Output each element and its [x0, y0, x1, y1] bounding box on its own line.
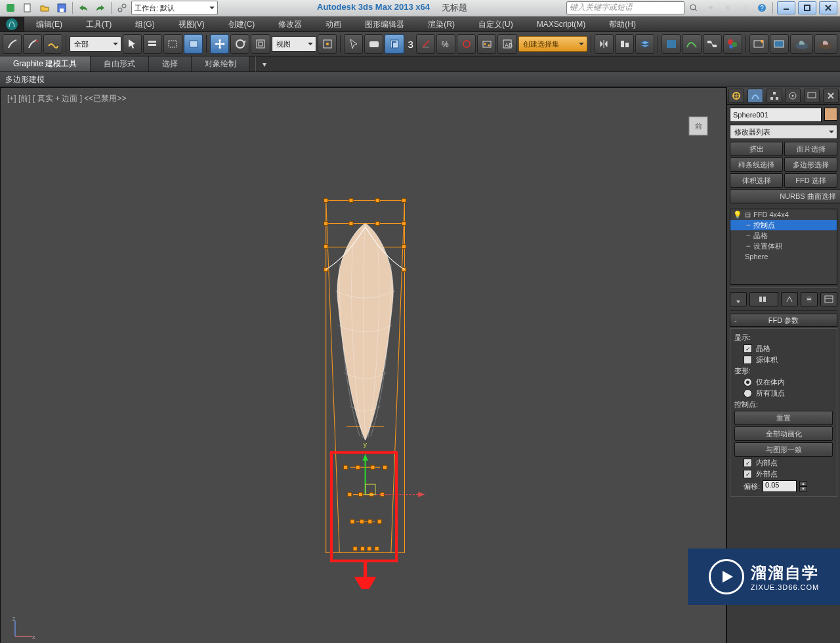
select-and-manipulate-icon[interactable]: [344, 34, 363, 54]
modifier-stack[interactable]: 💡⊟FFD 4x4x4 ┄控制点 ┄晶格 ┄设置体积 Sphere: [730, 209, 837, 285]
workspace-dropdown[interactable]: 工作台: 默认: [131, 1, 218, 15]
ribbon-tab-paint[interactable]: 对象绘制: [192, 56, 250, 72]
btn-animate-all[interactable]: 全部动画化: [734, 426, 833, 441]
select-and-scale-icon[interactable]: [251, 34, 270, 54]
rad-all-vertices[interactable]: 所有顶点: [744, 388, 833, 398]
menu-edit[interactable]: 编辑(E): [24, 17, 74, 31]
menu-create[interactable]: 创建(C): [217, 17, 267, 31]
window-crossing-icon[interactable]: [184, 34, 203, 54]
maximize-button[interactable]: [798, 1, 816, 14]
chk-source-volume[interactable]: 源体积: [744, 355, 833, 365]
keyboard-shortcut-override-icon[interactable]: [364, 34, 383, 54]
chk-inside-points[interactable]: ✓内部点: [744, 458, 833, 468]
menu-views[interactable]: 视图(V): [167, 17, 217, 31]
use-pivot-center-icon[interactable]: [318, 34, 337, 54]
chk-lattice[interactable]: ✓晶格: [744, 344, 833, 354]
app-menu-button[interactable]: [3, 1, 18, 15]
redo-icon[interactable]: [93, 1, 108, 15]
subscription-icon[interactable]: ✦: [703, 1, 719, 15]
render-setup-icon[interactable]: [749, 34, 768, 54]
percent-snap-icon[interactable]: %: [436, 34, 455, 54]
search-go-icon[interactable]: [686, 1, 702, 15]
stack-item-sphere[interactable]: Sphere: [730, 251, 837, 262]
stack-item-lattice[interactable]: ┄晶格: [730, 230, 837, 241]
menu-group[interactable]: 组(G): [123, 17, 166, 31]
show-end-result-icon[interactable]: [749, 292, 778, 306]
panel-tab-display-icon[interactable]: [804, 89, 820, 103]
align-icon[interactable]: [615, 34, 634, 54]
bind-spacewarp-icon[interactable]: [43, 34, 62, 54]
ribbon-tab-freeform[interactable]: 自由形式: [91, 56, 149, 72]
snaps-toggle-icon[interactable]: [385, 34, 404, 54]
menu-help[interactable]: 帮助(H): [597, 17, 648, 31]
menu-modifiers[interactable]: 修改器: [266, 17, 314, 31]
exchange-icon[interactable]: ✕: [720, 1, 736, 15]
btn-conform-shape[interactable]: 与图形一致: [734, 442, 833, 457]
select-link-icon[interactable]: [3, 34, 22, 54]
rollup-ffd-header[interactable]: FFD 参数: [730, 314, 837, 327]
panel-tab-utilities-icon[interactable]: [823, 89, 839, 103]
app-logo-icon[interactable]: [0, 17, 24, 31]
named-selection-sets-icon[interactable]: AB: [497, 34, 516, 54]
edit-selection-set-icon[interactable]: [477, 34, 496, 54]
quickbtn-ffdsel[interactable]: FFD 选择: [784, 173, 837, 188]
quickbtn-patchsel[interactable]: 面片选择: [784, 142, 837, 156]
select-and-move-icon[interactable]: [210, 34, 229, 54]
material-editor-icon[interactable]: [723, 34, 742, 54]
remove-modifier-icon[interactable]: [801, 292, 818, 306]
help-icon[interactable]: ?: [754, 1, 770, 15]
stack-item-setvolume[interactable]: ┄设置体积: [730, 241, 837, 251]
pin-stack-icon[interactable]: [730, 292, 747, 306]
rendered-frame-window-icon[interactable]: [770, 34, 789, 54]
ribbon-tab-graphite[interactable]: Graphite 建模工具: [0, 56, 91, 72]
save-icon[interactable]: [54, 1, 70, 15]
spinner-snap-icon[interactable]: [457, 34, 476, 54]
menu-tools[interactable]: 工具(T): [74, 17, 123, 31]
viewport[interactable]: [+] [前] [ 真实 + 边面 ] <<已禁用>> 前 z x: [0, 87, 726, 643]
graphite-icon[interactable]: [662, 34, 681, 54]
modifier-list-dropdown[interactable]: 修改器列表: [730, 125, 837, 139]
btn-reset[interactable]: 重置: [734, 411, 833, 425]
mirror-icon[interactable]: [595, 34, 614, 54]
minimize-button[interactable]: [777, 1, 795, 14]
ribbon-panel-polymodeling[interactable]: 多边形建模: [0, 72, 840, 87]
panel-tab-create-icon[interactable]: [728, 89, 744, 103]
menu-maxscript[interactable]: MAXScript(M): [525, 17, 598, 31]
render-iterative-icon[interactable]: [814, 34, 837, 54]
layer-manager-icon[interactable]: [635, 34, 654, 54]
select-and-rotate-icon[interactable]: [230, 34, 249, 54]
selection-filter-dropdown[interactable]: 全部: [70, 36, 121, 52]
configure-sets-icon[interactable]: [820, 292, 837, 306]
ribbon-tab-selection[interactable]: 选择: [149, 56, 192, 72]
rectangular-selection-region-icon[interactable]: [163, 34, 182, 54]
ref-coord-dropdown[interactable]: 视图: [272, 36, 317, 52]
spinner-down-icon[interactable]: ▼: [799, 486, 807, 491]
quickbtn-polysel[interactable]: 多边形选择: [784, 157, 837, 172]
curve-editor-icon[interactable]: [682, 34, 701, 54]
stack-item-controlpoints[interactable]: ┄控制点: [730, 220, 837, 230]
spinner-up-icon[interactable]: ▲: [799, 481, 807, 486]
create-selection-set-dropdown[interactable]: 创建选择集: [518, 36, 587, 52]
object-name-field[interactable]: Sphere001: [730, 108, 822, 122]
quickbtn-splinesel[interactable]: 样条线选择: [730, 157, 783, 172]
search-input[interactable]: 键入关键字或短语: [566, 1, 684, 14]
menu-animation[interactable]: 动画: [314, 17, 353, 31]
select-object-icon[interactable]: [123, 34, 142, 54]
menu-rendering[interactable]: 渲染(R): [416, 17, 467, 31]
angle-snap-icon[interactable]: [416, 34, 435, 54]
unlink-icon[interactable]: [23, 34, 42, 54]
link-icon[interactable]: [114, 1, 130, 15]
favorite-icon[interactable]: ☆: [737, 1, 753, 15]
render-production-icon[interactable]: [790, 34, 813, 54]
new-icon[interactable]: [20, 1, 35, 15]
panel-tab-motion-icon[interactable]: [785, 89, 801, 103]
open-icon[interactable]: [37, 1, 52, 15]
menu-grapheditors[interactable]: 图形编辑器: [353, 17, 416, 31]
make-unique-icon[interactable]: [781, 292, 798, 306]
rad-in-volume[interactable]: 仅在体内: [744, 377, 833, 387]
select-by-name-icon[interactable]: [143, 34, 162, 54]
panel-tab-modify-icon[interactable]: [747, 89, 763, 103]
close-button[interactable]: [819, 1, 837, 14]
chk-outside-points[interactable]: ✓外部点: [744, 469, 833, 479]
quickbtn-extrude[interactable]: 挤出: [730, 142, 783, 156]
